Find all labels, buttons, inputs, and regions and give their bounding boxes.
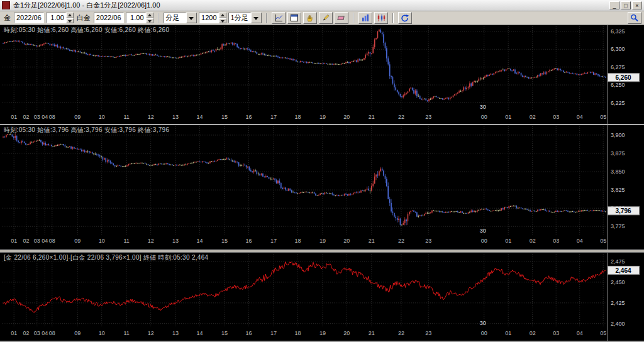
platinum-chart-panel[interactable]: 時刻:05:30 始値:3,796 高値:3,796 安値:3,796 終値:3… [0, 125, 644, 250]
line-chart-icon [274, 14, 283, 22]
x-tick-label: 18 [294, 114, 301, 120]
x-tick-label: 15 [221, 238, 228, 244]
x-tick-label: 04 [577, 114, 583, 120]
app-icon [2, 1, 10, 9]
bar-type-value[interactable]: 分足 [164, 13, 186, 23]
x-tick-label: 14 [197, 238, 203, 244]
refresh-button[interactable] [398, 12, 412, 24]
x-tick-label: 18 [294, 238, 301, 244]
x-axis-labels: 0102030408091011121314151617181920212223… [11, 320, 606, 336]
chevron-down-icon[interactable] [186, 13, 197, 23]
bar-count-value[interactable]: 1200 [199, 13, 219, 23]
pencil-icon [321, 14, 330, 22]
x-tick-label: 17 [270, 114, 277, 120]
x-tick-label: 01 [11, 330, 17, 336]
x-tick-label: 13 [172, 238, 179, 244]
x-tick-label: 20 [343, 330, 350, 336]
svg-text:6,260: 6,260 [615, 74, 631, 81]
x-tick-label: 08 [49, 238, 55, 244]
close-button[interactable]: × [632, 1, 642, 9]
x-tick-label: 02 [530, 114, 536, 120]
bar-count-arrows[interactable] [219, 13, 226, 23]
y-tick-label: 6,300 [611, 46, 625, 52]
gold-multiplier-spinner[interactable]: 1.00 [46, 13, 74, 23]
title-bar[interactable]: 金1分足[2022/06]1.00 - 白金1分足[2022/06]1.00 _… [0, 0, 644, 11]
eraser-icon [337, 14, 346, 22]
x-tick-label: 15 [221, 330, 228, 336]
x-tick-label: 17 [270, 330, 277, 336]
x-tick-label: 10 [99, 238, 105, 244]
x-tick-label: 09 [74, 114, 80, 120]
spread-line-series [3, 262, 606, 313]
x-tick-label: 19 [319, 330, 326, 336]
x-tick-label: 20 [343, 114, 350, 120]
x-tick-label: 18 [294, 330, 301, 336]
x-tick-label: 23 [425, 238, 431, 244]
x-tick-label: 04 [577, 330, 583, 336]
gold-candlestick-chart[interactable]: 0102030408091011121314151617181920212223… [0, 25, 644, 124]
y-tick-label: 2,400 [611, 321, 625, 327]
x-tick-label: 03 [34, 114, 40, 120]
candle-chart-button[interactable] [374, 12, 388, 24]
interval-value[interactable]: 1分足 [228, 13, 251, 23]
x-tick-label: 08 [49, 330, 55, 336]
eraser-tool-button[interactable] [335, 12, 348, 24]
hand-tool-button[interactable] [303, 12, 317, 24]
x-tick-label: 01 [505, 238, 511, 244]
restore-button[interactable]: □ [621, 1, 631, 9]
gold-chart-panel[interactable]: 時刻:05:30 始値:6,260 高値:6,260 安値:6,260 終値:6… [0, 25, 644, 124]
last-price-label: 6,260 [608, 74, 640, 82]
toolbar-separator [392, 13, 394, 23]
x-tick-label: 17 [270, 238, 277, 244]
y-tick-label: 6,250 [611, 82, 625, 88]
x-tick-label: 09 [74, 330, 80, 336]
x-tick-label: 19 [319, 114, 326, 120]
y-tick-label: 3,850 [611, 168, 625, 175]
chevron-down-icon[interactable] [251, 13, 262, 23]
grid [2, 253, 608, 341]
x-axis-labels: 0102030408091011121314151617181920212223… [11, 104, 606, 120]
spread-chart-panel[interactable]: [金 22/06 6,260×1.00]-[白金 22/06 3,796×1.0… [0, 253, 644, 341]
line-chart-tool-button[interactable] [272, 12, 286, 24]
toolbar-separator [353, 13, 354, 23]
x-tick-label: 19 [319, 238, 326, 244]
gold-multiplier-arrows[interactable] [66, 13, 74, 23]
spread-line-chart[interactable]: 0102030408091011121314151617181920212223… [0, 253, 644, 341]
pencil-tool-button[interactable] [319, 12, 333, 24]
search-button[interactable] [628, 12, 641, 24]
platinum-contract-field[interactable]: 2022/06 [94, 13, 124, 23]
platinum-multiplier-spinner[interactable]: 1.00 [126, 13, 153, 23]
x-tick-label: 11 [124, 238, 130, 244]
x-tick-label: 04 [42, 330, 48, 336]
y-tick-label: 3,775 [611, 223, 625, 229]
x-tick-label: 22 [398, 238, 404, 244]
platinum-multiplier-arrows[interactable] [146, 13, 153, 23]
x-tick-label: 00 [481, 330, 487, 336]
interval-select[interactable]: 1分足 [228, 13, 262, 23]
gold-contract-field[interactable]: 2022/06 [14, 13, 44, 23]
x-tick-label: 23 [425, 114, 431, 120]
platinum-multiplier-value[interactable]: 1.00 [126, 13, 146, 23]
minimize-button[interactable]: _ [609, 1, 619, 9]
bar-chart-button[interactable] [358, 12, 372, 24]
bar-count-spinner[interactable]: 1200 [199, 13, 226, 23]
date-change-label: 30 [480, 320, 486, 326]
x-tick-label: 02 [23, 114, 29, 120]
x-tick-label: 11 [124, 114, 130, 120]
svg-text:3,796: 3,796 [615, 207, 631, 214]
date-change-label: 30 [480, 228, 486, 234]
x-tick-label: 05 [600, 330, 606, 336]
x-tick-label: 00 [481, 238, 487, 244]
x-tick-label: 16 [245, 238, 252, 244]
y-axis-labels: 6,3256,3006,2756,2506,225 [611, 28, 625, 106]
gold-ohlc-readout: 時刻:05:30 始値:6,260 高値:6,260 安値:6,260 終値:6… [4, 26, 169, 35]
spread-readout: [金 22/06 6,260×1.00]-[白金 22/06 3,796×1.0… [4, 253, 208, 262]
y-tick-label: 3,875 [611, 150, 625, 157]
gold-multiplier-value[interactable]: 1.00 [46, 13, 66, 23]
platinum-candlestick-chart[interactable]: 0102030408091011121314151617181920212223… [0, 125, 644, 250]
x-tick-label: 02 [23, 238, 29, 244]
select-box-tool-button[interactable] [287, 12, 301, 24]
bar-type-select[interactable]: 分足 [164, 13, 197, 23]
x-tick-label: 03 [34, 238, 40, 244]
x-tick-label: 02 [530, 330, 536, 336]
